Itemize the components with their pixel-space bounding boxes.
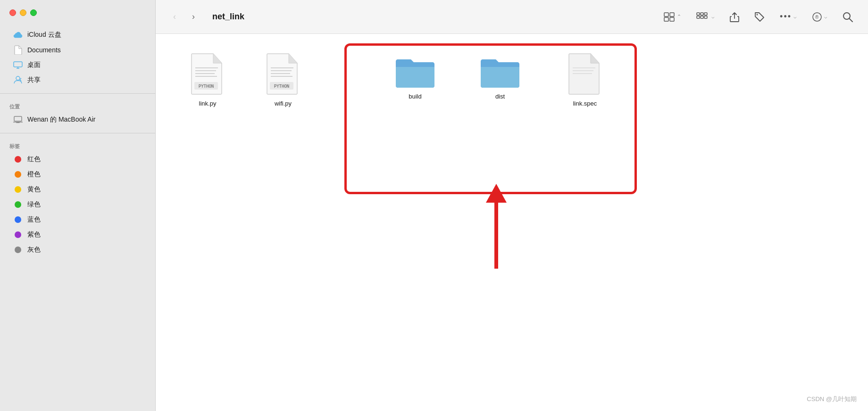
yellow-tag-icon [13,185,23,194]
view-chevron-icon: ⌃ [677,14,681,20]
sidebar-item-documents[interactable]: Documents [4,42,151,58]
green-tag-label: 绿色 [27,200,41,209]
window-title: net_link [212,12,244,22]
purple-tag-label: 紫色 [27,230,41,239]
orange-tag-icon [13,170,23,179]
sidebar-section-icloud: iCloud 云盘 Documents 桌面 [0,25,155,90]
sidebar-item-purple-tag[interactable]: 紫色 [4,227,151,242]
shared-icon [13,75,23,85]
main-content: ‹ › net_link ⌃ [156,0,868,411]
sidebar-section-location: 位置 Wenan 的 MacBook Air [0,98,155,129]
red-tag-icon [13,155,23,164]
view-icon-button[interactable]: ⌃ [660,10,685,24]
registered-button[interactable]: ® ⌵ [808,10,831,24]
group-view-button[interactable]: ⌵ [693,10,718,24]
toolbar-actions: ⌃ ⌵ [660,10,857,24]
svg-text:PYTHON: PYTHON [199,84,214,89]
sidebar-item-macbook-label: Wenan 的 MacBook Air [27,115,95,124]
sidebar-item-icloud-label: iCloud 云盘 [27,31,61,39]
sidebar-item-blue-tag[interactable]: 蓝色 [4,212,151,227]
icloud-icon [13,30,23,40]
file-label-wifi-py: wifi.py [273,99,293,108]
purple-tag-icon [13,230,23,239]
maximize-button[interactable] [30,9,37,16]
svg-rect-14 [704,16,707,18]
svg-text:®: ® [815,15,819,20]
svg-rect-7 [664,17,668,21]
back-button[interactable]: ‹ [167,9,182,25]
sidebar-item-shared-label: 共享 [27,76,41,84]
blue-tag-label: 蓝色 [27,215,41,224]
sidebar-item-gray-tag[interactable]: 灰色 [4,242,151,257]
laptop-icon [13,115,23,124]
desktop-icon [13,60,23,70]
sidebar-item-icloud[interactable]: iCloud 云盘 [4,27,151,42]
svg-rect-11 [704,13,707,15]
group-view-chevron-icon: ⌵ [711,14,715,20]
tag-button[interactable] [751,10,768,24]
search-button[interactable] [839,10,857,24]
sidebar-item-yellow-tag[interactable]: 黄色 [4,182,151,197]
sidebar-item-shared[interactable]: 共享 [4,73,151,88]
traffic-lights [0,9,155,25]
sidebar-item-green-tag[interactable]: 绿色 [4,197,151,212]
minimize-button[interactable] [20,9,26,16]
registered-chevron-icon: ⌵ [824,14,827,20]
blue-tag-icon [13,215,23,224]
svg-text:PYTHON: PYTHON [274,84,290,89]
file-item-link-spec[interactable]: link.spec [561,53,609,108]
red-tag-label: 红色 [27,155,41,164]
yellow-tag-label: 黄色 [27,185,41,194]
documents-icon [13,45,23,55]
svg-rect-12 [697,16,700,18]
toolbar: ‹ › net_link ⌃ [156,0,868,34]
file-label-link-spec: link.spec [571,99,599,108]
gray-tag-label: 灰色 [27,246,41,254]
file-item-build[interactable]: build [392,53,439,101]
close-button[interactable] [9,9,16,16]
file-label-dist: dist [493,92,507,101]
sidebar-item-red-tag[interactable]: 红色 [4,152,151,167]
svg-rect-8 [670,17,674,21]
files-row: PYTHON link.py PYTHON wifi.py [184,53,840,108]
arrow-head [486,184,507,203]
watermark: CSDN @几叶知期 [807,395,857,403]
file-item-dist[interactable]: dist [476,53,524,101]
forward-button[interactable]: › [186,9,201,25]
svg-rect-4 [14,116,22,121]
gray-tag-icon [13,245,23,255]
svg-rect-6 [670,13,674,16]
arrow-shaft [494,203,498,269]
file-area: PYTHON link.py PYTHON wifi.py [156,34,868,411]
svg-rect-9 [697,13,700,15]
svg-rect-0 [14,62,22,67]
sidebar-item-macbook[interactable]: Wenan 的 MacBook Air [4,112,151,127]
svg-rect-10 [701,13,703,15]
annotation-arrow [486,185,507,269]
svg-rect-13 [701,16,703,18]
sidebar-divider-1 [0,93,155,94]
svg-point-3 [16,76,20,80]
sidebar-item-desktop-label: 桌面 [27,61,41,69]
sidebar-section-tags: 标签 红色 橙色 黄色 绿色 蓝色 紫色 灰色 [0,137,155,259]
tags-section-label: 标签 [0,139,155,152]
svg-point-15 [757,14,758,15]
sidebar-item-orange-tag[interactable]: 橙色 [4,167,151,182]
svg-line-19 [849,18,852,22]
sidebar-item-desktop[interactable]: 桌面 [4,58,151,73]
file-item-link-py[interactable]: PYTHON link.py [184,53,231,108]
file-item-wifi-py[interactable]: PYTHON wifi.py [259,53,307,108]
location-section-label: 位置 [0,99,155,112]
svg-rect-5 [664,13,668,16]
file-label-build: build [407,92,423,101]
sidebar: iCloud 云盘 Documents 桌面 [0,0,156,411]
orange-tag-label: 橙色 [27,170,41,179]
file-label-link-py: link.py [197,99,218,108]
sidebar-item-documents-label: Documents [27,46,61,54]
nav-buttons: ‹ › [167,9,201,25]
more-button[interactable]: ••• ⌵ [776,10,801,24]
green-tag-icon [13,200,23,209]
share-button[interactable] [726,10,743,24]
more-chevron-icon: ⌵ [793,14,797,20]
sidebar-divider-2 [0,133,155,133]
